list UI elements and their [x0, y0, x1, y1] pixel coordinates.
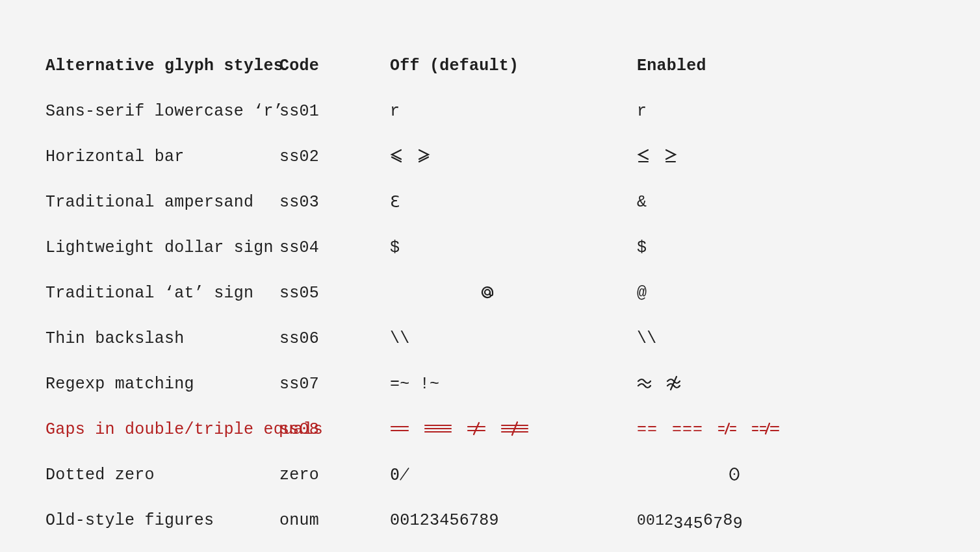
- triple-equals-gapped: ===: [672, 420, 703, 439]
- not-approx-icon: [666, 375, 681, 394]
- table-row: Dotted zerozero0̸: [45, 452, 935, 497]
- header-code: Code: [279, 43, 390, 88]
- glyph-styles-table: Alternative glyph styles Code Off (defau…: [45, 43, 935, 543]
- sample-off: 00123456789: [390, 497, 637, 543]
- table-row: Horizontal barss02: [45, 134, 935, 179]
- sample-off: [390, 134, 637, 179]
- at-icon: @: [637, 284, 647, 303]
- table-row: Old-style figuresonum0012345678900123456…: [45, 497, 935, 543]
- table-row: Traditional ‘at’ signss05@: [45, 270, 935, 316]
- at-partial-icon: [390, 284, 585, 303]
- sample-on: 00123456789: [637, 497, 935, 543]
- double-equals-ligature-icon: [390, 420, 409, 439]
- table-row: Traditional ampersandss03ℇ&: [45, 179, 935, 225]
- feature-name: Dotted zero: [45, 452, 279, 497]
- sample-on: r: [637, 88, 935, 134]
- table-row: Sans-serif lowercase ‘r’ss01rr: [45, 88, 935, 134]
- not-equals-ligature-icon: [467, 420, 486, 439]
- sample-on: \\: [637, 316, 935, 361]
- feature-name: Thin backslash: [45, 316, 279, 361]
- less-equal-slant-icon: [390, 147, 403, 166]
- greater-equal-horizontal-icon: [664, 147, 677, 166]
- sample-on: [637, 361, 935, 407]
- strict-not-equals-gapped-icon: [751, 420, 780, 439]
- feature-code: ss01: [279, 88, 390, 134]
- greater-equal-slant-icon: [417, 147, 430, 166]
- ampersand-alt-icon: ℇ: [390, 193, 400, 210]
- feature-name: Sans-serif lowercase ‘r’: [45, 88, 279, 134]
- sample-off: r: [390, 88, 637, 134]
- glyph-styles-table-frame: Alternative glyph styles Code Off (defau…: [0, 0, 980, 552]
- table-row: Gaps in double/triple equalsss08=====: [45, 407, 935, 452]
- feature-name: Lightweight dollar sign: [45, 225, 279, 270]
- ampersand-icon: &: [637, 193, 647, 212]
- feature-name: Horizontal bar: [45, 134, 279, 179]
- header-name: Alternative glyph styles: [45, 43, 279, 88]
- sample-off: ℇ: [390, 179, 637, 225]
- double-equals-gapped: ==: [637, 420, 658, 439]
- feature-code: ss08: [279, 407, 390, 452]
- zero-slashed-icon: 0̸: [390, 466, 409, 485]
- zero-dotted-icon: [637, 466, 832, 484]
- table-row: Thin backslashss06\\\\: [45, 316, 935, 361]
- sample-off: $: [390, 225, 637, 270]
- table-row: Regexp matchingss07=~ !~: [45, 361, 935, 407]
- less-equal-horizontal-icon: [637, 147, 650, 166]
- sample-off: =~ !~: [390, 361, 637, 407]
- sample-off: 0̸: [390, 452, 637, 497]
- sample-off: [390, 270, 637, 316]
- header-on: Enabled: [637, 43, 935, 88]
- feature-code: zero: [279, 452, 390, 497]
- sample-on: &: [637, 179, 935, 225]
- feature-name: Old-style figures: [45, 497, 279, 543]
- feature-code: ss06: [279, 316, 390, 361]
- sample-on: [637, 452, 935, 497]
- feature-name: Regexp matching: [45, 361, 279, 407]
- sample-on: $: [637, 225, 935, 270]
- sample-on: =====: [637, 407, 935, 452]
- lining-figures: 00123456789: [390, 511, 499, 530]
- feature-code: ss07: [279, 361, 390, 407]
- sample-on: @: [637, 270, 935, 316]
- feature-code: ss03: [279, 179, 390, 225]
- regexp-match-raw: =~ !~: [390, 375, 439, 394]
- approx-icon: [637, 375, 652, 394]
- feature-name: Gaps in double/triple equals: [45, 407, 279, 452]
- sample-on: [637, 134, 935, 179]
- triple-equals-ligature-icon: [424, 420, 452, 439]
- feature-name: Traditional ‘at’ sign: [45, 270, 279, 316]
- feature-code: ss04: [279, 225, 390, 270]
- feature-code: onum: [279, 497, 390, 543]
- old-style-figures: 00123456789: [637, 511, 743, 530]
- feature-code: ss05: [279, 270, 390, 316]
- not-equals-gapped-icon: [717, 420, 737, 439]
- feature-name: Traditional ampersand: [45, 179, 279, 225]
- strict-not-equals-ligature-icon: [500, 420, 529, 439]
- table-header-row: Alternative glyph styles Code Off (defau…: [45, 43, 935, 88]
- sample-off: [390, 407, 637, 452]
- feature-code: ss02: [279, 134, 390, 179]
- sample-off: \\: [390, 316, 637, 361]
- table-row: Lightweight dollar signss04$$: [45, 225, 935, 270]
- header-off: Off (default): [390, 43, 637, 88]
